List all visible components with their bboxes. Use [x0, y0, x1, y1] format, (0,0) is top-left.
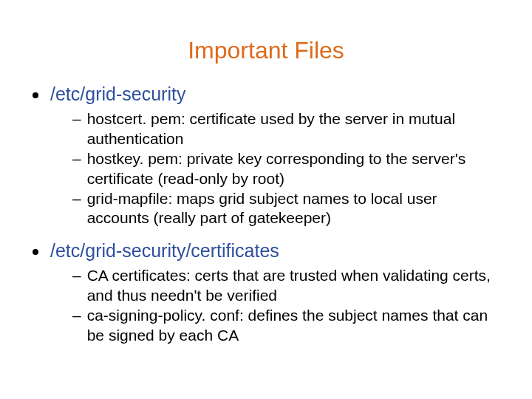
list-item: – grid-mapfile: maps grid subject names … [72, 189, 502, 229]
slide: Important Files /etc/grid-security – hos… [0, 0, 532, 399]
list-item: – hostcert. pem: certificate used by the… [72, 109, 502, 149]
section-heading: /etc/grid-security [50, 83, 185, 105]
sub-list: – hostcert. pem: certificate used by the… [30, 109, 502, 228]
list-item: – ca-signing-policy. conf: defines the s… [72, 306, 502, 346]
sub-item-text: grid-mapfile: maps grid subject names to… [87, 189, 502, 229]
section-header: /etc/grid-security/certificates [30, 240, 502, 262]
bullet-icon [33, 249, 38, 255]
list-item: – CA certificates: certs that are truste… [72, 266, 502, 306]
section: /etc/grid-security/certificates – CA cer… [30, 240, 502, 346]
bullet-icon [33, 92, 38, 98]
section-heading: /etc/grid-security/certificates [50, 240, 279, 262]
dash-icon: – [72, 149, 81, 169]
sub-item-text: CA certificates: certs that are trusted … [87, 266, 502, 306]
dash-icon: – [72, 266, 81, 286]
dash-icon: – [72, 306, 81, 326]
sub-item-text: hostcert. pem: certificate used by the s… [87, 109, 502, 149]
section: /etc/grid-security – hostcert. pem: cert… [30, 83, 502, 228]
dash-icon: – [72, 109, 81, 129]
sub-item-text: hostkey. pem: private key corresponding … [87, 149, 502, 189]
slide-title: Important Files [30, 37, 502, 64]
section-header: /etc/grid-security [30, 83, 502, 105]
dash-icon: – [72, 189, 81, 209]
sub-list: – CA certificates: certs that are truste… [30, 266, 502, 346]
sub-item-text: ca-signing-policy. conf: defines the sub… [87, 306, 502, 346]
list-item: – hostkey. pem: private key correspondin… [72, 149, 502, 189]
